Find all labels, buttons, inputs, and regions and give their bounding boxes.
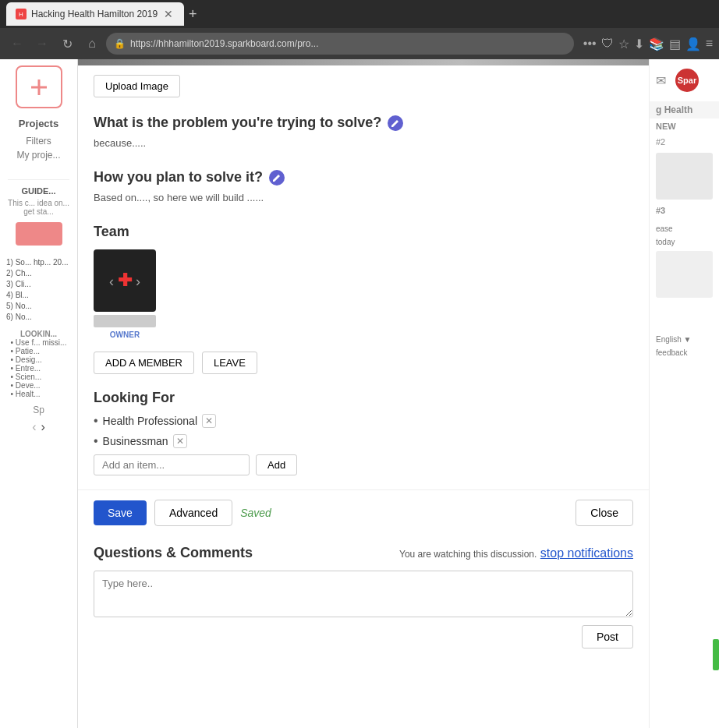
sidebar-next-icon[interactable]: › bbox=[41, 420, 45, 434]
tab-favicon: H bbox=[16, 9, 27, 19]
avatar-placeholder bbox=[94, 315, 156, 327]
solution-section: How you plan to solve it? Based on...., … bbox=[78, 161, 649, 216]
add-item-row: Add bbox=[94, 454, 633, 475]
sidebar-guided-text: This c... idea on... get sta... bbox=[0, 199, 77, 216]
sidebar-divider bbox=[8, 179, 69, 180]
advanced-button[interactable]: Advanced bbox=[154, 500, 232, 526]
right-mail-icon: ✉ bbox=[656, 73, 666, 88]
avatar-chevrons: ‹ ✚ › bbox=[109, 270, 140, 291]
reload-icon: ↻ bbox=[62, 37, 73, 51]
solution-title: How you plan to solve it? bbox=[94, 169, 633, 186]
green-bar-indicator bbox=[713, 639, 719, 670]
right-spacer2 bbox=[650, 301, 719, 332]
tag-health-professional: • Health Professional ✕ bbox=[94, 414, 633, 428]
upload-image-button[interactable]: Upload Image bbox=[94, 75, 180, 97]
main-panel: Upload Image What is the problem you're … bbox=[78, 59, 649, 728]
project-image-strip bbox=[78, 59, 649, 65]
problem-edit-icon[interactable] bbox=[388, 115, 403, 131]
right-today-label: today bbox=[650, 236, 719, 248]
sidebar-my-projects[interactable]: My proje... bbox=[16, 150, 60, 161]
saved-indicator: Saved bbox=[240, 507, 271, 519]
new-tab-button[interactable]: + bbox=[189, 6, 197, 23]
home-icon: ⌂ bbox=[88, 37, 96, 51]
upload-btn-area: Upload Image bbox=[78, 65, 649, 107]
team-buttons: ADD A MEMBER LEAVE bbox=[94, 352, 633, 374]
qa-header: Questions & Comments You are watching th… bbox=[94, 545, 633, 561]
tab-bar: H Hacking Health Hamilton 2019 ✕ + bbox=[0, 0, 719, 28]
sidebar-looking-label: LOOKIN... bbox=[14, 330, 63, 338]
qa-section: Questions & Comments You are watching th… bbox=[78, 535, 649, 658]
solution-text: Based on...., so here we will build ....… bbox=[94, 192, 633, 203]
right-health-label: g Health bbox=[650, 101, 719, 118]
right-preview-2 bbox=[656, 153, 713, 200]
avatar-icon[interactable]: 👤 bbox=[685, 37, 701, 51]
sidebar-red-button[interactable] bbox=[16, 222, 62, 246]
list-item[interactable]: 4) Bl... bbox=[6, 291, 71, 299]
library-icon[interactable]: 📚 bbox=[649, 37, 664, 51]
list-item[interactable]: 5) No... bbox=[6, 302, 71, 310]
right-panel: ✉ Spar g Health NEW #2 #3 ease today Eng… bbox=[649, 59, 719, 728]
sidebar-filters[interactable]: Filters bbox=[26, 136, 51, 147]
tag-bullet-icon: • bbox=[94, 414, 98, 428]
looking-for-title: Looking For bbox=[94, 390, 633, 406]
home-button[interactable]: ⌂ bbox=[81, 33, 103, 55]
tab-close-icon[interactable]: ✕ bbox=[162, 6, 175, 22]
owner-label: OWNER bbox=[94, 330, 156, 339]
watching-text: You are watching this discussion. bbox=[399, 549, 537, 560]
browser-chrome: H Hacking Health Hamilton 2019 ✕ + ← → ↻… bbox=[0, 0, 719, 59]
right-header: ✉ Spar bbox=[650, 59, 719, 101]
nav-bar: ← → ↻ ⌂ 🔒 https://hhhamilton2019.sparkbo… bbox=[0, 28, 719, 59]
list-item[interactable]: 1) So... htp... 20... bbox=[6, 258, 71, 267]
tag-health-professional-text: Health Professional bbox=[103, 415, 197, 427]
sidebar: Projects Filters My proje... GUIDE... Th… bbox=[0, 59, 78, 728]
right-english-label[interactable]: English ▼ bbox=[650, 332, 719, 347]
pocket-icon: 🛡 bbox=[601, 37, 614, 51]
add-item-input[interactable] bbox=[94, 454, 250, 475]
forward-button[interactable]: → bbox=[31, 33, 53, 55]
sidebar-projects-label: Projects bbox=[19, 118, 58, 129]
more-icon[interactable]: ••• bbox=[583, 37, 597, 51]
sidebar-prev-icon[interactable]: ‹ bbox=[32, 420, 36, 434]
bookmark-icon[interactable]: ☆ bbox=[618, 37, 629, 51]
add-member-button[interactable]: ADD A MEMBER bbox=[94, 352, 194, 374]
stop-notifications-link[interactable]: stop notifications bbox=[540, 546, 633, 560]
team-member: ‹ ✚ › OWNER bbox=[94, 249, 156, 339]
problem-text: because..... bbox=[94, 137, 633, 149]
tag-health-professional-remove[interactable]: ✕ bbox=[202, 414, 216, 428]
sidebar-add-button[interactable] bbox=[16, 65, 62, 108]
content-area: Upload Image What is the problem you're … bbox=[78, 59, 719, 728]
add-item-button[interactable]: Add bbox=[256, 454, 297, 475]
right-preview-3 bbox=[656, 251, 713, 298]
comment-input[interactable] bbox=[94, 571, 633, 617]
right-badge3: #3 bbox=[650, 203, 719, 218]
right-feedback-label[interactable]: feedback bbox=[650, 347, 719, 359]
save-button[interactable]: Save bbox=[94, 500, 147, 525]
sidebar-looking-items: • Use f... missi... • Patie... • Desig..… bbox=[5, 338, 73, 398]
problem-title: What is the problem you're trying to sol… bbox=[94, 115, 633, 131]
svg-text:H: H bbox=[19, 11, 23, 18]
list-item[interactable]: 6) No... bbox=[6, 313, 71, 321]
reader-icon[interactable]: ▤ bbox=[669, 37, 681, 51]
tag-businessman-text: Businessman bbox=[103, 435, 168, 447]
right-disease-label: ease bbox=[650, 221, 719, 236]
close-button[interactable]: Close bbox=[576, 500, 633, 526]
team-section: Team ‹ ✚ › OWNER ADD A MEMBER LEAVE bbox=[78, 216, 649, 382]
tab-title: Hacking Health Hamilton 2019 bbox=[31, 9, 158, 19]
list-item[interactable]: 2) Ch... bbox=[6, 269, 71, 277]
tag-businessman-remove[interactable]: ✕ bbox=[173, 434, 187, 448]
solution-edit-icon[interactable] bbox=[269, 170, 285, 186]
reload-button[interactable]: ↻ bbox=[56, 33, 78, 55]
back-button[interactable]: ← bbox=[6, 33, 28, 55]
problem-section: What is the problem you're trying to sol… bbox=[78, 107, 649, 161]
url-text: https://hhhamilton2019.sparkboard.com/pr… bbox=[130, 38, 566, 49]
post-button[interactable]: Post bbox=[582, 625, 633, 648]
right-avatar[interactable]: Spar bbox=[675, 69, 699, 92]
download-icon[interactable]: ⬇ bbox=[634, 37, 644, 51]
leave-button[interactable]: LEAVE bbox=[202, 352, 257, 374]
looking-for-section: Looking For • Health Professional ✕ • Bu… bbox=[78, 382, 649, 483]
menu-icon[interactable]: ≡ bbox=[706, 37, 713, 51]
list-item[interactable]: 3) Cli... bbox=[6, 280, 71, 288]
qa-title: Questions & Comments bbox=[94, 545, 253, 561]
address-bar[interactable]: 🔒 https://hhhamilton2019.sparkboard.com/… bbox=[106, 33, 574, 55]
active-tab[interactable]: H Hacking Health Hamilton 2019 ✕ bbox=[6, 2, 184, 26]
